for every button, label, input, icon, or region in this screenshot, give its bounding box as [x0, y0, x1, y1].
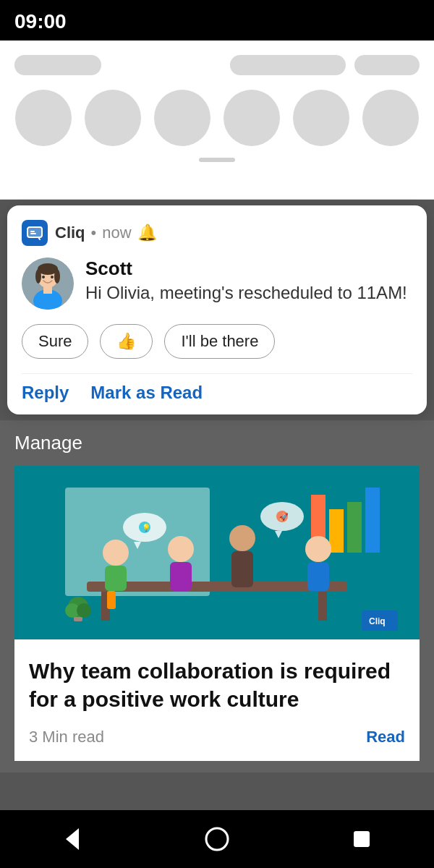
article-content: Why team collaboration is required for a… — [14, 639, 420, 761]
separator: • — [91, 224, 97, 242]
notification-header: Cliq • now 🔔 — [22, 220, 412, 246]
article-title: Why team collaboration is required for a… — [29, 657, 405, 713]
svg-rect-0 — [27, 227, 42, 237]
svg-rect-45 — [354, 831, 370, 847]
bell-icon: 🔔 — [137, 224, 157, 242]
article-read-time: 3 Min read — [29, 728, 104, 746]
svg-rect-15 — [347, 502, 362, 553]
message-text: Hi Olivia, meeting's rescheduled to 11AM… — [85, 283, 407, 303]
svg-point-6 — [54, 269, 60, 284]
notification-meta: Cliq • now 🔔 — [55, 224, 157, 242]
cliq-app-icon — [22, 220, 48, 246]
quick-reply-bethere[interactable]: I'll be there — [164, 324, 275, 359]
home-button[interactable] — [201, 823, 233, 855]
svg-point-25 — [229, 525, 255, 551]
nav-bar — [0, 810, 434, 868]
svg-rect-16 — [365, 488, 380, 553]
svg-rect-14 — [329, 509, 344, 553]
svg-rect-21 — [105, 566, 127, 591]
svg-rect-26 — [231, 551, 253, 587]
article-read-button[interactable]: Read — [366, 728, 405, 746]
article-card: 💡 🚀 Cliq Why team collaboration is requi… — [14, 466, 420, 761]
status-bar: 09:00 — [0, 0, 434, 41]
notification-card: Cliq • now 🔔 — [7, 205, 427, 414]
skeleton-circle-2 — [85, 90, 141, 146]
svg-rect-8 — [43, 286, 52, 294]
skeleton-circle-6 — [362, 90, 419, 146]
app-name: Cliq — [55, 224, 85, 242]
article-image: 💡 🚀 Cliq — [14, 466, 420, 639]
skeleton-pill-3 — [354, 55, 420, 75]
status-time: 09:00 — [14, 10, 67, 33]
svg-point-10 — [51, 276, 54, 278]
svg-text:💡: 💡 — [142, 523, 151, 532]
message-content: Scott Hi Olivia, meeting's rescheduled t… — [85, 258, 407, 303]
svg-text:🚀: 🚀 — [279, 512, 289, 522]
svg-point-5 — [35, 269, 41, 284]
action-buttons: Reply Mark as Read — [22, 373, 412, 403]
svg-point-27 — [305, 536, 331, 562]
scroll-indicator — [199, 158, 235, 162]
back-button[interactable] — [56, 823, 88, 855]
quick-reply-sure[interactable]: Sure — [22, 324, 88, 359]
recent-button[interactable] — [346, 823, 378, 855]
skeleton-circle-1 — [15, 90, 72, 146]
svg-rect-19 — [318, 592, 327, 621]
sender-name: Scott — [85, 258, 407, 280]
svg-point-9 — [42, 276, 45, 278]
svg-text:Cliq: Cliq — [369, 616, 386, 626]
svg-point-42 — [77, 603, 91, 618]
svg-rect-22 — [107, 591, 116, 609]
mark-as-read-button[interactable]: Mark as Read — [90, 383, 203, 403]
skeleton-circles — [14, 90, 420, 146]
skeleton-pill-2 — [230, 55, 346, 75]
svg-marker-43 — [66, 828, 79, 850]
top-card-skeleton — [0, 41, 434, 200]
reply-button[interactable]: Reply — [22, 383, 69, 403]
quick-replies: Sure 👍 I'll be there — [22, 324, 412, 359]
quick-reply-thumbsup[interactable]: 👍 — [100, 324, 153, 359]
notification-time: now — [102, 224, 131, 242]
skeleton-pill-1 — [14, 55, 101, 75]
background-area: Manage — [0, 420, 434, 773]
svg-point-23 — [168, 536, 194, 562]
skeleton-circle-5 — [293, 90, 349, 146]
svg-rect-24 — [170, 562, 192, 591]
avatar — [22, 258, 74, 310]
manage-label: Manage — [14, 432, 420, 454]
skeleton-circle-4 — [224, 90, 280, 146]
article-footer: 3 Min read Read — [29, 728, 405, 746]
message-row: Scott Hi Olivia, meeting's rescheduled t… — [22, 258, 412, 310]
skeleton-circle-3 — [154, 90, 210, 146]
svg-rect-28 — [307, 562, 329, 591]
svg-point-20 — [103, 540, 129, 566]
svg-point-44 — [206, 828, 228, 850]
